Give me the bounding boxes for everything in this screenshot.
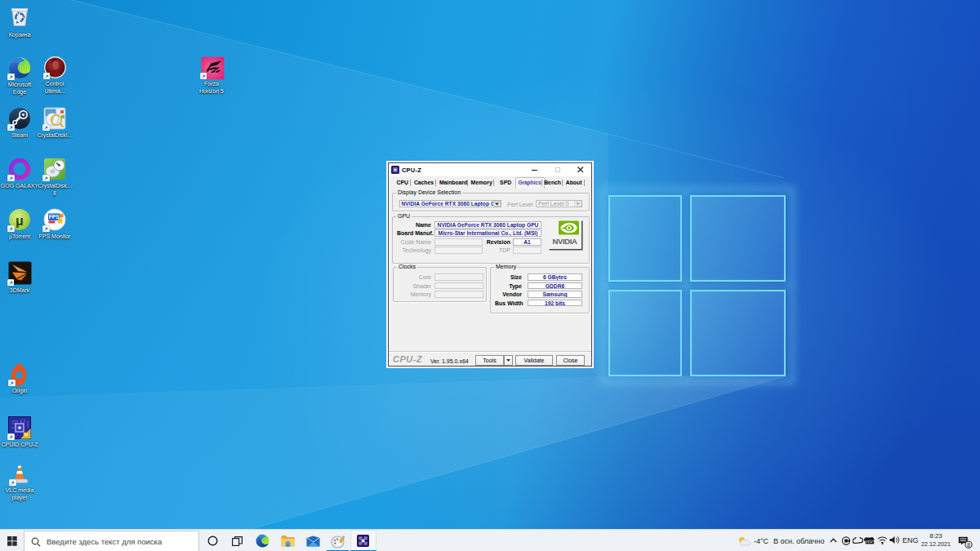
- svg-text:µ: µ: [16, 213, 24, 229]
- svg-text:8: 8: [967, 541, 970, 549]
- svg-text:NVIDIA: NVIDIA: [553, 237, 577, 246]
